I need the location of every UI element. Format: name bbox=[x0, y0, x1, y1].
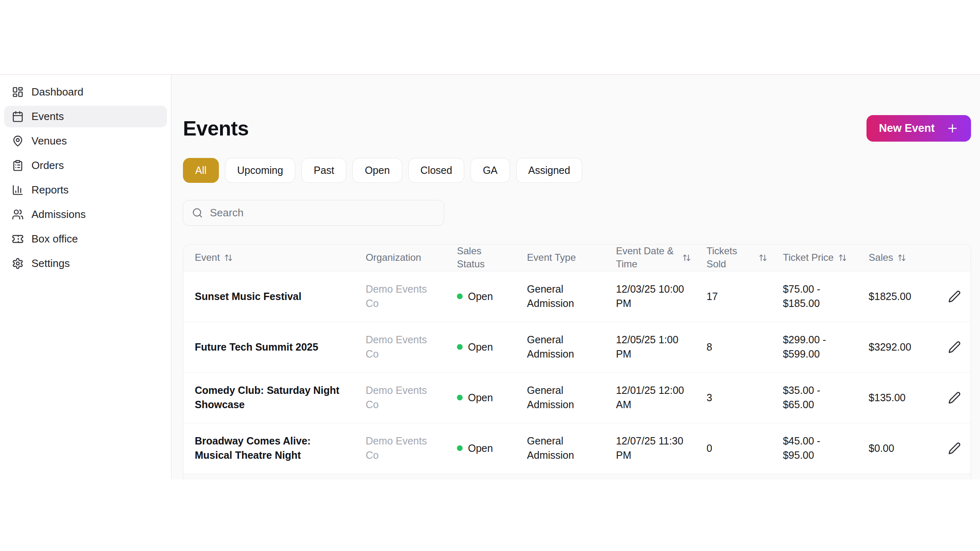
event-name: Broadway Comes Alive: Musical Theatre Ni… bbox=[183, 423, 354, 473]
sort-icon bbox=[759, 253, 767, 262]
pencil-icon bbox=[948, 341, 961, 353]
sidebar-item-label: Admissions bbox=[31, 208, 86, 221]
sidebar-item-venues[interactable]: Venues bbox=[4, 130, 167, 152]
table-row[interactable]: Sunset Music FestivalDemo Events CoOpenG… bbox=[183, 271, 971, 322]
ticket-price: $35.00 - $65.00 bbox=[771, 372, 857, 423]
sidebar-item-dashboard[interactable]: Dashboard bbox=[4, 81, 167, 103]
tickets-sold: 0 bbox=[695, 423, 771, 473]
search-box[interactable] bbox=[183, 200, 444, 226]
sidebar-item-admissions[interactable]: Admissions bbox=[4, 204, 167, 225]
status-dot-icon bbox=[457, 293, 463, 299]
edit-event-button[interactable] bbox=[946, 440, 963, 457]
edit-event-button[interactable] bbox=[946, 338, 963, 356]
column-header-label: Ticket Price bbox=[783, 251, 833, 264]
filter-chip-upcoming[interactable]: Upcoming bbox=[225, 158, 296, 183]
table-row[interactable]: Broadway Comes Alive: Musical Theatre Ni… bbox=[183, 423, 971, 473]
organization: Demo Events Co bbox=[354, 423, 445, 473]
event-type: General Admission bbox=[516, 271, 605, 322]
dashboard-icon bbox=[12, 86, 24, 98]
sidebar: DashboardEventsVenuesOrdersReportsAdmiss… bbox=[0, 75, 172, 480]
column-header-tickets-sold[interactable]: Tickets Sold bbox=[695, 244, 771, 271]
column-header-event-date-time[interactable]: Event Date & Time bbox=[604, 244, 695, 271]
status-dot-icon bbox=[457, 395, 463, 400]
column-header-label: Sales bbox=[869, 251, 893, 264]
event-datetime: 12/07/25 11:30 PM bbox=[604, 423, 695, 473]
plus-icon bbox=[946, 122, 959, 135]
sidebar-item-box-office[interactable]: Box office bbox=[4, 228, 167, 250]
actions-cell bbox=[934, 271, 971, 322]
status-badge: Open bbox=[457, 289, 512, 304]
column-header-label: Organization bbox=[365, 251, 421, 264]
column-header-label: Event Type bbox=[527, 251, 576, 264]
sidebar-item-events[interactable]: Events bbox=[4, 106, 167, 127]
filter-chip-assigned[interactable]: Assigned bbox=[516, 158, 583, 183]
events-table-card: EventOrganizationSales StatusEvent TypeE… bbox=[183, 244, 971, 480]
event-type: General Admission bbox=[516, 372, 605, 423]
event-name: Sunset Music Festival bbox=[183, 271, 354, 322]
tickets-sold: 3 bbox=[695, 372, 771, 423]
column-header-event-type: Event Type bbox=[516, 244, 605, 271]
users-icon bbox=[12, 209, 24, 220]
tickets-sold: 8 bbox=[695, 322, 771, 372]
new-event-button-label: New Event bbox=[879, 122, 935, 135]
table-row[interactable]: Future Tech Summit 2025Demo Events CoOpe… bbox=[183, 322, 971, 372]
edit-event-button[interactable] bbox=[946, 288, 963, 305]
clipboard-list-icon bbox=[12, 160, 24, 171]
sidebar-item-label: Box office bbox=[31, 233, 78, 245]
table-footer-strip bbox=[183, 474, 971, 480]
status-label: Open bbox=[468, 340, 493, 355]
ticket-price: $299.00 - $599.00 bbox=[771, 322, 857, 372]
event-name: Comedy Club: Saturday Night Showcase bbox=[183, 372, 354, 423]
status-badge: Open bbox=[457, 340, 512, 355]
column-header-label: Sales Status bbox=[457, 244, 512, 271]
sidebar-item-orders[interactable]: Orders bbox=[4, 155, 167, 176]
edit-event-button[interactable] bbox=[946, 389, 963, 407]
page-title: Events bbox=[183, 118, 249, 139]
sidebar-item-label: Events bbox=[31, 110, 64, 123]
sales-amount: $0.00 bbox=[857, 423, 934, 473]
events-table: EventOrganizationSales StatusEvent TypeE… bbox=[183, 244, 971, 474]
filter-chip-open[interactable]: Open bbox=[352, 158, 402, 183]
event-type: General Admission bbox=[516, 423, 605, 473]
column-header-organization: Organization bbox=[354, 244, 445, 271]
sidebar-item-reports[interactable]: Reports bbox=[4, 179, 167, 201]
filter-chip-past[interactable]: Past bbox=[301, 158, 346, 183]
app-window: DashboardEventsVenuesOrdersReportsAdmiss… bbox=[0, 75, 980, 480]
column-header-sales-status: Sales Status bbox=[445, 244, 516, 271]
sidebar-item-label: Reports bbox=[31, 184, 69, 196]
sales-status-cell: Open bbox=[445, 271, 516, 322]
sales-amount: $1825.00 bbox=[857, 271, 934, 322]
ticket-icon bbox=[12, 233, 24, 245]
event-datetime: 12/05/25 1:00 PM bbox=[604, 322, 695, 372]
sort-icon bbox=[898, 253, 906, 262]
status-label: Open bbox=[468, 289, 493, 304]
event-type: General Admission bbox=[516, 322, 605, 372]
search-icon bbox=[192, 207, 203, 218]
column-header-sales[interactable]: Sales bbox=[857, 244, 934, 271]
filter-chip-all[interactable]: All bbox=[183, 158, 219, 183]
column-header-ticket-price[interactable]: Ticket Price bbox=[771, 244, 857, 271]
table-row[interactable]: Comedy Club: Saturday Night ShowcaseDemo… bbox=[183, 372, 971, 423]
status-label: Open bbox=[468, 441, 493, 456]
status-dot-icon bbox=[457, 445, 463, 451]
organization: Demo Events Co bbox=[354, 372, 445, 423]
column-header-event[interactable]: Event bbox=[183, 244, 354, 271]
column-header-label: Event bbox=[195, 251, 220, 264]
pencil-icon bbox=[948, 442, 961, 455]
sidebar-item-label: Orders bbox=[31, 159, 64, 172]
status-dot-icon bbox=[457, 344, 463, 350]
new-event-button[interactable]: New Event bbox=[866, 115, 971, 142]
sales-status-cell: Open bbox=[445, 423, 516, 473]
status-badge: Open bbox=[457, 441, 512, 456]
organization: Demo Events Co bbox=[354, 271, 445, 322]
sales-status-cell: Open bbox=[445, 372, 516, 423]
search-input[interactable] bbox=[209, 206, 435, 220]
sort-icon bbox=[838, 253, 847, 262]
tickets-sold: 17 bbox=[695, 271, 771, 322]
actions-cell bbox=[934, 322, 971, 372]
filter-chip-closed[interactable]: Closed bbox=[408, 158, 465, 183]
sales-status-cell: Open bbox=[445, 322, 516, 372]
filter-chip-ga[interactable]: GA bbox=[470, 158, 510, 183]
column-header-label: Tickets Sold bbox=[706, 244, 754, 271]
sidebar-item-settings[interactable]: Settings bbox=[4, 253, 167, 274]
